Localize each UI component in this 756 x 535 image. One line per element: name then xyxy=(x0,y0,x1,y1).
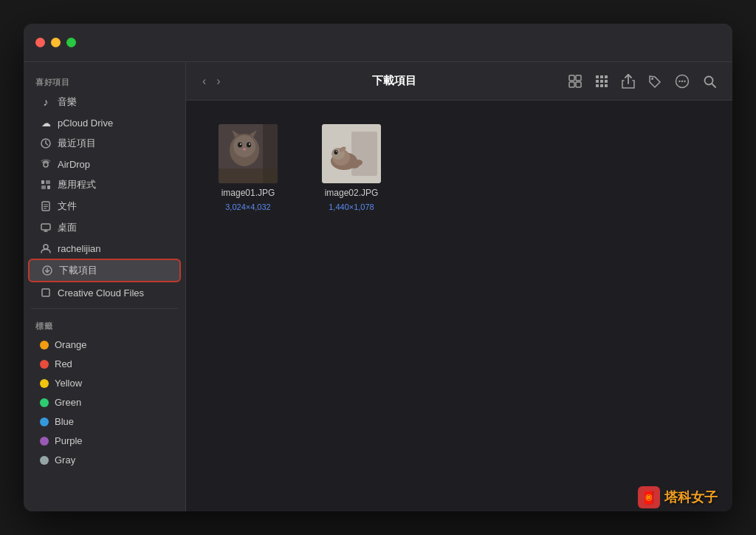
svg-rect-3 xyxy=(46,180,50,184)
recents-icon xyxy=(40,137,52,149)
svg-rect-10 xyxy=(41,224,50,230)
minimize-button[interactable] xyxy=(51,38,61,47)
sidebar-item-green[interactable]: Green xyxy=(28,393,181,412)
airdrop-icon xyxy=(40,158,52,170)
tag-label: Gray xyxy=(55,454,75,466)
svg-rect-28 xyxy=(600,84,603,87)
sidebar-item-user[interactable]: rachelijian xyxy=(28,239,181,258)
svg-point-45 xyxy=(240,143,241,145)
file-thumbnail-image01 xyxy=(219,124,278,183)
svg-point-30 xyxy=(651,78,653,80)
view-icon-grid-button[interactable] xyxy=(564,72,586,91)
toolbar: ‹ › 下載項目 xyxy=(186,62,732,100)
sidebar-item-apps[interactable]: 應用程式 xyxy=(28,174,181,195)
sidebar-item-label: 下載項目 xyxy=(59,264,97,277)
svg-point-60 xyxy=(355,160,362,166)
watermark-icon: 🧧 xyxy=(638,486,660,508)
green-dot xyxy=(40,398,49,407)
nav-buttons: ‹ › xyxy=(198,72,225,91)
svg-line-36 xyxy=(712,84,715,87)
image02-thumbnail-svg xyxy=(322,124,381,183)
view-icon-list-button[interactable] xyxy=(591,72,613,91)
svg-rect-25 xyxy=(600,80,603,83)
sidebar-item-label: Creative Cloud Files xyxy=(58,287,144,299)
file-meta-image02: 1,440×1,078 xyxy=(329,202,374,211)
traffic-lights xyxy=(35,38,76,47)
sidebar-item-yellow[interactable]: Yellow xyxy=(28,374,181,392)
sidebar-item-blue[interactable]: Blue xyxy=(28,412,181,431)
svg-rect-52 xyxy=(351,132,377,176)
svg-rect-18 xyxy=(576,75,581,81)
red-dot xyxy=(40,360,49,369)
docs-icon xyxy=(40,200,52,212)
share-button[interactable] xyxy=(617,71,639,92)
svg-rect-2 xyxy=(41,180,44,184)
file-meta-image01: 3,024×4,032 xyxy=(225,202,270,211)
sidebar-item-purple[interactable]: Purple xyxy=(28,432,181,450)
purple-dot xyxy=(40,437,49,446)
sidebar-item-gray[interactable]: Gray xyxy=(28,451,181,469)
main-content: 喜好項目 ♪ 音樂 ☁ pCloud Drive 最近項目 xyxy=(24,62,732,511)
svg-rect-5 xyxy=(47,185,50,189)
sidebar-item-label: rachelijian xyxy=(58,243,101,254)
svg-rect-21 xyxy=(596,75,599,78)
desktop-icon xyxy=(40,222,52,234)
orange-dot xyxy=(40,341,49,350)
svg-point-33 xyxy=(681,80,683,81)
tag-label: Green xyxy=(55,397,81,408)
cloud-icon: ☁ xyxy=(40,117,52,129)
sidebar-item-music[interactable]: ♪ 音樂 xyxy=(28,92,181,112)
watermark-text: 塔科女子 xyxy=(664,488,718,506)
search-button[interactable] xyxy=(698,72,721,91)
svg-rect-27 xyxy=(596,84,599,87)
svg-point-56 xyxy=(334,150,338,154)
sidebar-item-recents[interactable]: 最近項目 xyxy=(28,133,181,154)
file-thumbnail-image02 xyxy=(322,124,381,183)
tags-header: 標籤 xyxy=(24,315,185,335)
close-button[interactable] xyxy=(35,38,45,47)
toolbar-title: 下載項目 xyxy=(231,74,558,88)
tag-label: Blue xyxy=(55,416,74,427)
tag-button[interactable] xyxy=(644,72,666,91)
gray-dot xyxy=(40,456,49,465)
sidebar-item-label: 桌面 xyxy=(58,221,77,234)
sidebar-item-creative[interactable]: Creative Cloud Files xyxy=(28,283,181,302)
sidebar-item-desktop[interactable]: 桌面 xyxy=(28,217,181,238)
maximize-button[interactable] xyxy=(66,38,76,47)
svg-rect-4 xyxy=(41,185,46,189)
more-button[interactable] xyxy=(670,71,694,92)
svg-rect-29 xyxy=(605,84,608,87)
sidebar-item-docs[interactable]: 文件 xyxy=(28,196,181,217)
forward-button[interactable]: › xyxy=(212,72,224,91)
tag-label: Orange xyxy=(55,339,86,350)
sidebar-item-pcloud[interactable]: ☁ pCloud Drive xyxy=(28,113,181,132)
svg-point-40 xyxy=(233,135,255,157)
svg-rect-20 xyxy=(576,82,581,87)
svg-rect-24 xyxy=(596,80,599,83)
file-name-image02: image02.JPG xyxy=(325,188,379,198)
creative-icon xyxy=(40,287,52,299)
svg-point-46 xyxy=(249,143,250,145)
main-area: ‹ › 下載項目 xyxy=(186,62,732,511)
sidebar-item-label: 應用程式 xyxy=(58,178,96,191)
svg-point-57 xyxy=(336,151,337,152)
file-item-image02[interactable]: image02.JPG 1,440×1,078 xyxy=(307,118,396,217)
downloads-icon xyxy=(41,265,53,276)
sidebar-item-airdrop[interactable]: AirDrop xyxy=(28,154,181,174)
toolbar-right xyxy=(564,71,721,92)
file-item-image01[interactable]: image01.JPG 3,024×4,032 xyxy=(204,118,292,217)
svg-rect-23 xyxy=(605,75,608,78)
sidebar: 喜好項目 ♪ 音樂 ☁ pCloud Drive 最近項目 xyxy=(24,62,186,511)
titlebar xyxy=(24,24,732,62)
apps-icon xyxy=(40,179,52,191)
sidebar-item-label: 文件 xyxy=(58,200,77,213)
user-icon xyxy=(40,242,52,254)
image01-thumbnail-svg xyxy=(219,124,278,183)
sidebar-item-orange[interactable]: Orange xyxy=(28,335,181,354)
sidebar-item-red[interactable]: Red xyxy=(28,355,181,373)
blue-dot xyxy=(40,418,49,426)
svg-rect-22 xyxy=(600,75,603,78)
favorites-header: 喜好項目 xyxy=(24,71,185,91)
sidebar-item-downloads[interactable]: 下載項目 xyxy=(28,259,181,282)
back-button[interactable]: ‹ xyxy=(198,72,210,91)
